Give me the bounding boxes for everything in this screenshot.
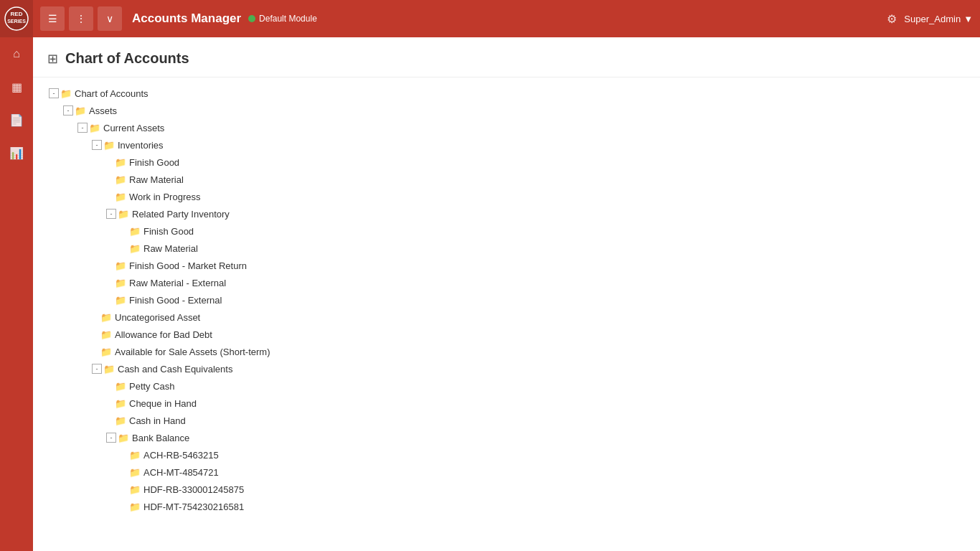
folder-icon-cash-equivalents: 📁 bbox=[103, 364, 115, 375]
folder-icon-hdf-mt-754230216581: 📁 bbox=[129, 501, 141, 512]
expand-bank-balance[interactable]: - bbox=[106, 433, 116, 443]
chart-icon[interactable]: 📊 bbox=[0, 136, 33, 169]
label-allowance-bad-debt: Allowance for Bad Debt bbox=[115, 329, 212, 340]
expand-inventories[interactable]: - bbox=[92, 140, 102, 150]
folder-icon-inventories: 📁 bbox=[103, 140, 115, 151]
label-hdf-mt-754230216581: HDF-MT-754230216581 bbox=[143, 501, 244, 512]
chevron-button[interactable]: ∨ bbox=[98, 6, 122, 31]
tree-node-cheque-in-hand[interactable]: 📁 Cheque in Hand bbox=[105, 395, 966, 412]
folder-icon-bank-balance: 📁 bbox=[118, 433, 129, 443]
folder-icon-assets: 📁 bbox=[75, 105, 86, 116]
tree-node-related-party[interactable]: - 📁 Related Party Inventory bbox=[105, 205, 966, 222]
content-area: ⊞ Chart of Accounts - 📁 Chart of Account… bbox=[33, 37, 980, 551]
label-rm-external: Raw Material - External bbox=[129, 278, 226, 288]
app-logo: RED SERIES bbox=[0, 0, 33, 37]
sidebar: RED SERIES ⌂ ▦ 📄 📊 bbox=[0, 0, 33, 551]
label-ach-rb-5463215: ACH-RB-5463215 bbox=[143, 450, 219, 461]
label-cheque-in-hand: Cheque in Hand bbox=[129, 398, 197, 409]
tree-node-raw-material[interactable]: 📁 Raw Material bbox=[105, 171, 966, 188]
label-coa: Chart of Accounts bbox=[75, 88, 149, 99]
page-icon: ⊞ bbox=[47, 51, 58, 67]
label-related-party: Related Party Inventory bbox=[132, 209, 230, 220]
expand-assets[interactable]: - bbox=[63, 105, 73, 116]
folder-icon-petty-cash: 📁 bbox=[115, 381, 126, 392]
folder-icon-hdf-rb-330001245875: 📁 bbox=[129, 484, 141, 495]
folder-icon-ach-rb-5463215: 📁 bbox=[129, 450, 141, 461]
label-cash-in-hand: Cash in Hand bbox=[129, 415, 186, 426]
tree-node-rp-finish-good[interactable]: 📁 Finish Good bbox=[119, 222, 966, 240]
tree-node-cash-equivalents[interactable]: - 📁 Cash and Cash Equivalents bbox=[90, 360, 966, 377]
label-bank-balance: Bank Balance bbox=[132, 433, 189, 443]
page-title: Chart of Accounts bbox=[65, 50, 189, 67]
tree-node-ach-mt-4854721[interactable]: 📁 ACH-MT-4854721 bbox=[119, 463, 966, 481]
app-title-area: Accounts Manager Default Module bbox=[132, 11, 882, 26]
folder-icon-rp-raw-material: 📁 bbox=[129, 243, 141, 254]
label-fg-market-return: Finish Good - Market Return bbox=[129, 260, 247, 271]
tree-area: - 📁 Chart of Accounts - 📁 Assets - 📁 Cur… bbox=[33, 77, 980, 522]
folder-icon-coa: 📁 bbox=[60, 88, 72, 99]
tree-node-assets[interactable]: - 📁 Assets bbox=[62, 102, 966, 119]
user-dropdown-icon: ▼ bbox=[963, 14, 973, 24]
folder-icon-raw-material: 📁 bbox=[115, 174, 126, 185]
tree-node-bank-balance[interactable]: - 📁 Bank Balance bbox=[105, 429, 966, 446]
tree-node-fg-market-return[interactable]: 📁 Finish Good - Market Return bbox=[105, 257, 966, 274]
grid-button[interactable]: ⋮ bbox=[69, 6, 93, 31]
label-available-sale: Available for Sale Assets (Short-term) bbox=[115, 347, 270, 357]
menu-button[interactable]: ☰ bbox=[40, 6, 65, 31]
briefcase-icon[interactable]: ▦ bbox=[0, 70, 33, 103]
topnav: ☰ ⋮ ∨ Accounts Manager Default Module ⚙ … bbox=[33, 0, 980, 37]
tree-node-cash-in-hand[interactable]: 📁 Cash in Hand bbox=[105, 412, 966, 429]
label-raw-material: Raw Material bbox=[129, 174, 184, 185]
folder-icon-related-party: 📁 bbox=[118, 209, 129, 220]
folder-icon-cheque-in-hand: 📁 bbox=[115, 398, 126, 409]
label-petty-cash: Petty Cash bbox=[129, 381, 175, 392]
label-finish-good: Finish Good bbox=[129, 157, 179, 168]
svg-text:SERIES: SERIES bbox=[7, 19, 26, 24]
label-assets: Assets bbox=[89, 105, 117, 116]
folder-icon-allowance-bad-debt: 📁 bbox=[100, 329, 112, 340]
tree-node-work-in-progress[interactable]: 📁 Work in Progress bbox=[105, 188, 966, 205]
svg-text:RED: RED bbox=[11, 11, 23, 17]
label-fg-external: Finish Good - External bbox=[129, 295, 222, 306]
tree-node-ach-rb-5463215[interactable]: 📁 ACH-RB-5463215 bbox=[119, 446, 966, 463]
tree-node-coa[interactable]: - 📁 Chart of Accounts bbox=[47, 85, 966, 102]
label-inventories: Inventories bbox=[118, 140, 164, 151]
home-icon[interactable]: ⌂ bbox=[0, 37, 33, 70]
expand-related-party[interactable]: - bbox=[106, 209, 116, 219]
folder-icon-finish-good: 📁 bbox=[115, 157, 126, 168]
tree-node-uncategorised[interactable]: 📁 Uncategorised Asset bbox=[90, 309, 966, 326]
tree-node-inventories[interactable]: - 📁 Inventories bbox=[90, 136, 966, 154]
settings-icon[interactable]: ⚙ bbox=[887, 12, 897, 26]
topnav-right: ⚙ Super_Admin ▼ bbox=[887, 12, 973, 26]
tree-node-finish-good[interactable]: 📁 Finish Good bbox=[105, 154, 966, 171]
label-work-in-progress: Work in Progress bbox=[129, 192, 200, 202]
tree-node-rm-external[interactable]: 📁 Raw Material - External bbox=[105, 274, 966, 291]
tree-node-rp-raw-material[interactable]: 📁 Raw Material bbox=[119, 240, 966, 257]
folder-icon-cash-in-hand: 📁 bbox=[115, 415, 126, 426]
tree-node-hdf-rb-330001245875[interactable]: 📁 HDF-RB-330001245875 bbox=[119, 481, 966, 498]
folder-icon-fg-external: 📁 bbox=[115, 295, 126, 306]
username: Super_Admin bbox=[904, 14, 961, 24]
expand-coa[interactable]: - bbox=[49, 88, 59, 98]
user-menu[interactable]: Super_Admin ▼ bbox=[904, 14, 973, 24]
label-hdf-rb-330001245875: HDF-RB-330001245875 bbox=[143, 484, 244, 495]
label-cash-equivalents: Cash and Cash Equivalents bbox=[118, 364, 232, 375]
tree-node-allowance-bad-debt[interactable]: 📁 Allowance for Bad Debt bbox=[90, 326, 966, 343]
document-icon[interactable]: 📄 bbox=[0, 103, 33, 136]
module-label: Default Module bbox=[259, 14, 317, 24]
label-ach-mt-4854721: ACH-MT-4854721 bbox=[143, 467, 219, 478]
tree-node-available-sale[interactable]: 📁 Available for Sale Assets (Short-term) bbox=[90, 343, 966, 360]
expand-cash-equivalents[interactable]: - bbox=[92, 364, 102, 374]
label-uncategorised: Uncategorised Asset bbox=[115, 312, 200, 323]
folder-icon-rm-external: 📁 bbox=[115, 278, 126, 288]
tree-node-fg-external[interactable]: 📁 Finish Good - External bbox=[105, 291, 966, 309]
app-title: Accounts Manager bbox=[132, 11, 241, 26]
main-area: ☰ ⋮ ∨ Accounts Manager Default Module ⚙ … bbox=[33, 0, 980, 551]
tree-node-petty-cash[interactable]: 📁 Petty Cash bbox=[105, 377, 966, 395]
tree-node-current-assets[interactable]: - 📁 Current Assets bbox=[76, 119, 966, 136]
expand-current-assets[interactable]: - bbox=[77, 123, 88, 133]
folder-icon-available-sale: 📁 bbox=[100, 347, 112, 357]
tree-node-hdf-mt-754230216581[interactable]: 📁 HDF-MT-754230216581 bbox=[119, 498, 966, 515]
folder-icon-fg-market-return: 📁 bbox=[115, 260, 126, 271]
folder-icon-work-in-progress: 📁 bbox=[115, 192, 126, 202]
